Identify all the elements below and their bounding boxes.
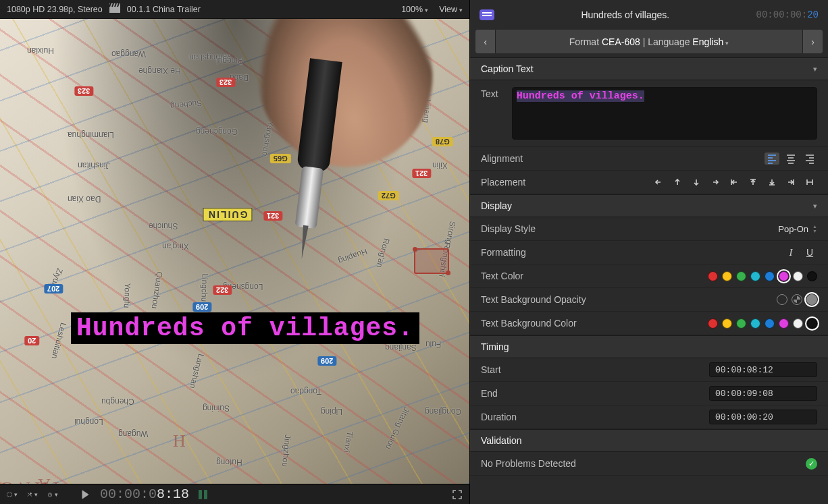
align-center-button[interactable] — [783, 152, 798, 165]
placement-home-down-button[interactable] — [765, 176, 779, 188]
map-city-label: GUILIN — [203, 208, 252, 221]
text-color-swatch[interactable] — [765, 271, 775, 281]
map-road-badge: 321 — [412, 169, 431, 178]
placement-home-left-button[interactable] — [727, 176, 742, 188]
map-place-label: Fulu — [425, 339, 441, 349]
section-display[interactable]: Display▾ — [470, 194, 828, 217]
bg-color-swatch[interactable] — [708, 318, 718, 329]
align-right-button[interactable] — [802, 152, 817, 165]
map-road-badge: 209 — [317, 356, 336, 366]
play-button-icon[interactable] — [80, 489, 90, 500]
clip-name[interactable]: 00.1.1 China Trailer — [127, 5, 201, 14]
caption-overlay[interactable]: Hundreds of villages. — [71, 312, 419, 344]
duration-timecode-input[interactable] — [709, 410, 817, 424]
text-color-swatch[interactable] — [708, 271, 718, 281]
map-place-label: Yongfu — [122, 283, 132, 308]
placement-center-button[interactable] — [802, 176, 817, 188]
text-bg-color-label: Text Background Color — [481, 318, 616, 329]
placement-down-button[interactable] — [689, 176, 704, 188]
bg-color-swatch[interactable] — [793, 318, 803, 329]
inspector-timecode: 00:00:00:20 — [756, 9, 819, 20]
effects-menu-icon[interactable]: ▾ — [27, 489, 38, 500]
caption-inspector-icon[interactable] — [480, 9, 494, 20]
text-color-swatch[interactable] — [736, 271, 746, 281]
map-region-letter: YANG — [0, 478, 62, 484]
viewer-timecode[interactable]: 00:00:08:18 — [100, 486, 189, 502]
section-validation[interactable]: Validation — [470, 429, 828, 452]
map-place-label: He Xianghe — [138, 66, 181, 76]
map-road-badge: 20 — [24, 336, 39, 345]
bg-color-swatch[interactable] — [779, 318, 789, 329]
section-timing[interactable]: Timing — [470, 335, 828, 358]
zoom-dropdown[interactable]: 100%▾ — [401, 5, 428, 14]
audio-meter-icon — [199, 490, 207, 499]
text-color-swatch[interactable] — [807, 271, 817, 281]
text-color-swatch[interactable] — [779, 271, 789, 281]
text-color-swatch[interactable] — [722, 271, 732, 281]
start-timecode-input[interactable] — [709, 362, 817, 377]
placement-up-button[interactable] — [670, 176, 685, 188]
placement-home-right-button[interactable] — [783, 176, 798, 188]
frame-size-menu-icon[interactable]: ▾ — [7, 489, 18, 500]
display-style-select[interactable]: Pop-On▲▼ — [778, 224, 817, 234]
end-timecode-input[interactable] — [709, 386, 817, 401]
caption-format-dropdown[interactable]: Format CEA-608 | Language English ▾ — [496, 36, 802, 47]
bg-opacity-full[interactable] — [806, 294, 817, 305]
bg-color-swatch[interactable] — [736, 318, 746, 329]
svg-rect-0 — [109, 7, 120, 13]
map-place-label: Huixian — [27, 46, 54, 55]
bg-color-swatch[interactable] — [765, 318, 775, 329]
placement-left-button[interactable] — [651, 176, 666, 188]
map-place-label: Pinggui — [216, 56, 243, 65]
map-road-badge: 323 — [74, 86, 93, 96]
chevron-down-icon: ▾ — [813, 202, 817, 211]
viewer-header: 1080p HD 23.98p, Stereo 00.1.1 China Tra… — [0, 0, 469, 19]
map-road-badge: G72 — [378, 191, 399, 200]
bg-opacity-none[interactable] — [777, 294, 787, 305]
viewer-format-label: 1080p HD 23.98p, Stereo — [7, 5, 103, 14]
clapperboard-icon — [109, 3, 120, 15]
section-caption-text[interactable]: Caption Text▾ — [470, 57, 828, 80]
align-left-button[interactable] — [765, 152, 779, 165]
bg-opacity-half[interactable] — [792, 294, 802, 305]
map-place-label: Jinshitan — [78, 161, 109, 170]
text-color-label: Text Color — [481, 271, 616, 281]
checkmark-icon: ✓ — [806, 458, 817, 470]
map-region-letter: G — [155, 483, 172, 484]
italic-button[interactable]: I — [783, 246, 798, 258]
caption-position-handle[interactable] — [414, 248, 449, 274]
map-place-label: Liping — [321, 407, 342, 416]
map-region-letter: N — [95, 481, 111, 484]
map-place-label: Suining — [203, 403, 230, 413]
caption-text-input[interactable]: Hundreds of villages. — [512, 87, 817, 140]
text-color-swatch[interactable] — [793, 271, 803, 281]
map-road-badge: G65 — [270, 154, 291, 163]
map-road-badge: G78 — [432, 137, 453, 146]
viewer-canvas[interactable]: HuixianWanggaoZhongshanHe XiangheBabuSuc… — [0, 19, 469, 484]
bg-color-swatch[interactable] — [807, 318, 817, 329]
map-region-letter: H — [169, 430, 186, 451]
retime-menu-icon[interactable]: ▾ — [47, 489, 58, 500]
map-place-label: Chengbu — [101, 397, 134, 406]
view-dropdown[interactable]: View▾ — [439, 5, 463, 14]
inspector-title: Hundreds of villages. — [502, 9, 748, 20]
text-label: Text — [481, 87, 498, 140]
placement-right-button[interactable] — [708, 176, 723, 188]
text-bg-opacity-label: Text Background Opacity — [481, 294, 616, 305]
bg-color-swatch[interactable] — [722, 318, 732, 329]
map-place-label: Hutong — [216, 457, 242, 467]
bg-color-swatch[interactable] — [750, 318, 760, 329]
map-place-label: Gongcheng — [196, 127, 238, 136]
placement-home-up-button[interactable] — [746, 176, 760, 188]
prev-caption-button[interactable]: ‹ — [475, 30, 496, 53]
underline-button[interactable]: U — [802, 246, 817, 258]
next-caption-button[interactable]: › — [802, 30, 823, 53]
start-label: Start — [481, 364, 616, 375]
map-place-label: Tongdao — [290, 387, 321, 396]
validation-status: No Problems Detected — [481, 458, 806, 469]
text-color-swatch[interactable] — [750, 271, 760, 281]
stepper-icon: ▲▼ — [812, 224, 817, 233]
fullscreen-icon[interactable] — [452, 489, 463, 500]
svg-rect-2 — [7, 493, 12, 496]
map-place-label: Lianminghua — [68, 130, 114, 140]
